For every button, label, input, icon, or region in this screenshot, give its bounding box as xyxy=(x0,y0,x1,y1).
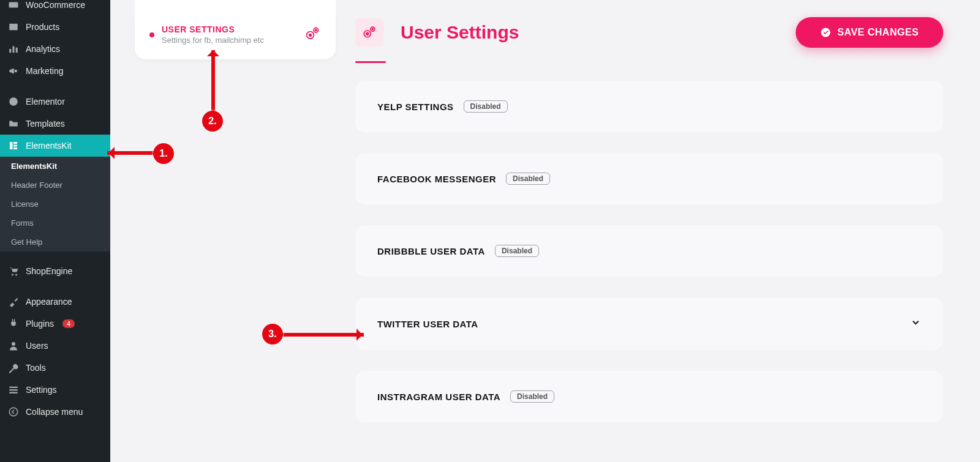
collapse-icon xyxy=(7,406,20,417)
sidebar-item-tools[interactable]: Tools xyxy=(0,357,110,379)
status-badge: Disabled xyxy=(506,173,550,185)
header-gear-icon xyxy=(355,18,383,47)
sidebar-label: ShopEngine xyxy=(26,266,72,276)
plugins-update-badge: 4 xyxy=(62,319,75,328)
sidebar-item-elementor[interactable]: Elementor xyxy=(0,91,110,113)
page-header: User Settings SAVE CHANGES xyxy=(355,17,943,48)
svg-point-8 xyxy=(15,274,17,276)
panel-title: YELP SETTINGS xyxy=(377,102,454,112)
sidebar-label: Templates xyxy=(26,119,65,129)
annotation-marker-2: 2. xyxy=(202,111,223,132)
tab-title: USER SETTINGS xyxy=(162,24,300,34)
bars-icon xyxy=(7,43,20,54)
annotation-marker-1: 1. xyxy=(153,143,174,164)
save-label: SAVE CHANGES xyxy=(837,27,919,38)
folder-icon xyxy=(7,118,20,129)
svg-rect-11 xyxy=(9,389,18,390)
wrench-icon xyxy=(7,362,20,373)
sidebar-item-settings[interactable]: Settings xyxy=(0,379,110,401)
sidebar-label: WooCommerce xyxy=(26,0,85,10)
sidebar-item-marketing[interactable]: Marketing xyxy=(0,60,110,82)
svg-point-9 xyxy=(12,342,15,346)
panel-facebook-messenger[interactable]: FACEBOOK MESSENGER Disabled xyxy=(355,153,943,204)
sidebar-item-plugins[interactable]: Plugins 4 xyxy=(0,313,110,335)
sidebar-label: Elementor xyxy=(26,97,65,106)
svg-rect-1 xyxy=(9,24,18,31)
sidebar-submenu: ElementsKit Header Footer License Forms … xyxy=(0,157,110,251)
e-circle-icon xyxy=(7,96,20,107)
svg-point-7 xyxy=(12,274,13,276)
sidebar-item-users[interactable]: Users xyxy=(0,335,110,357)
plug-icon xyxy=(7,318,20,329)
panel-yelp[interactable]: YELP SETTINGS Disabled xyxy=(355,81,943,132)
tab-subtitle: Settings for fb, mailchimp etc xyxy=(162,35,300,45)
svg-point-6 xyxy=(9,97,18,106)
sidebar-item-templates[interactable]: Templates xyxy=(0,113,110,135)
megaphone-icon xyxy=(7,65,20,76)
svg-point-21 xyxy=(372,29,373,30)
save-changes-button[interactable]: SAVE CHANGES xyxy=(796,17,943,48)
svg-rect-2 xyxy=(9,49,11,53)
sidebar-label: ElementsKit xyxy=(26,141,72,151)
annotation-arrow-2 xyxy=(211,50,215,114)
brush-icon xyxy=(7,296,20,307)
sidebar-item-collapse[interactable]: Collapse menu xyxy=(0,401,110,423)
svg-point-13 xyxy=(9,408,18,416)
sliders-icon xyxy=(7,384,20,395)
woo-icon xyxy=(7,0,20,10)
sidebar-subitem-header-footer[interactable]: Header Footer xyxy=(0,176,110,195)
sidebar-label: Marketing xyxy=(26,66,63,76)
wp-admin-sidebar: WooCommerce Products Analytics Marketing… xyxy=(0,0,110,462)
status-badge: Disabled xyxy=(495,245,539,257)
sidebar-item-shopengine[interactable]: ShopEngine xyxy=(0,260,110,282)
tag-icon xyxy=(7,21,20,32)
cart-icon xyxy=(7,266,20,277)
check-circle-icon xyxy=(820,27,831,38)
status-badge: Disabled xyxy=(464,100,508,113)
sidebar-item-analytics[interactable]: Analytics xyxy=(0,38,110,60)
page-title: User Settings xyxy=(401,22,519,43)
sidebar-subitem-get-help[interactable]: Get Help xyxy=(0,233,110,251)
panel-title: TWITTER USER DATA xyxy=(377,319,478,329)
svg-rect-12 xyxy=(9,392,18,393)
status-badge: Disabled xyxy=(510,390,554,403)
sidebar-subitem-elementskit[interactable]: ElementsKit xyxy=(0,157,110,176)
svg-rect-5 xyxy=(15,70,18,73)
annotation-arrow-3 xyxy=(281,333,364,337)
svg-rect-4 xyxy=(16,48,18,53)
panel-title: DRIBBBLE USER DATA xyxy=(377,246,485,256)
svg-point-15 xyxy=(309,34,312,36)
sidebar-subitem-license[interactable]: License xyxy=(0,195,110,214)
svg-point-19 xyxy=(366,32,368,34)
sidebar-item-elementskit[interactable]: ElementsKit xyxy=(0,135,110,157)
chevron-down-icon xyxy=(910,317,921,330)
settings-tab-card[interactable]: USER SETTINGS Settings for fb, mailchimp… xyxy=(135,12,336,59)
settings-panels: YELP SETTINGS Disabled FACEBOOK MESSENGE… xyxy=(355,81,943,422)
panel-title: INSTRAGRAM USER DATA xyxy=(377,392,500,402)
sidebar-item-products[interactable]: Products xyxy=(0,16,110,38)
sidebar-label: Analytics xyxy=(26,44,60,54)
active-dot-icon xyxy=(149,32,154,37)
header-underline xyxy=(355,61,386,63)
sidebar-subitem-forms[interactable]: Forms xyxy=(0,214,110,233)
sidebar-label: Plugins xyxy=(26,319,54,329)
annotation-marker-3: 3. xyxy=(262,324,283,345)
sidebar-label: Collapse menu xyxy=(26,407,83,417)
panel-instagram[interactable]: INSTRAGRAM USER DATA Disabled xyxy=(355,371,943,422)
sidebar-label: Appearance xyxy=(26,297,72,307)
ekit-icon xyxy=(7,140,20,151)
svg-rect-3 xyxy=(13,47,15,53)
panel-twitter[interactable]: TWITTER USER DATA xyxy=(355,297,943,350)
panel-dribbble[interactable]: DRIBBBLE USER DATA Disabled xyxy=(355,225,943,277)
sidebar-label: Settings xyxy=(26,385,57,395)
gear-icon xyxy=(304,25,321,45)
panel-title: FACEBOOK MESSENGER xyxy=(377,174,496,184)
sidebar-label: Products xyxy=(26,22,59,32)
sidebar-item-woocommerce[interactable]: WooCommerce xyxy=(0,0,110,16)
sidebar-item-appearance[interactable]: Appearance xyxy=(0,291,110,313)
sidebar-label: Users xyxy=(26,341,48,351)
annotation-arrow-1 xyxy=(107,151,156,155)
user-icon xyxy=(7,340,20,351)
svg-point-17 xyxy=(315,29,317,31)
svg-rect-10 xyxy=(9,387,18,388)
